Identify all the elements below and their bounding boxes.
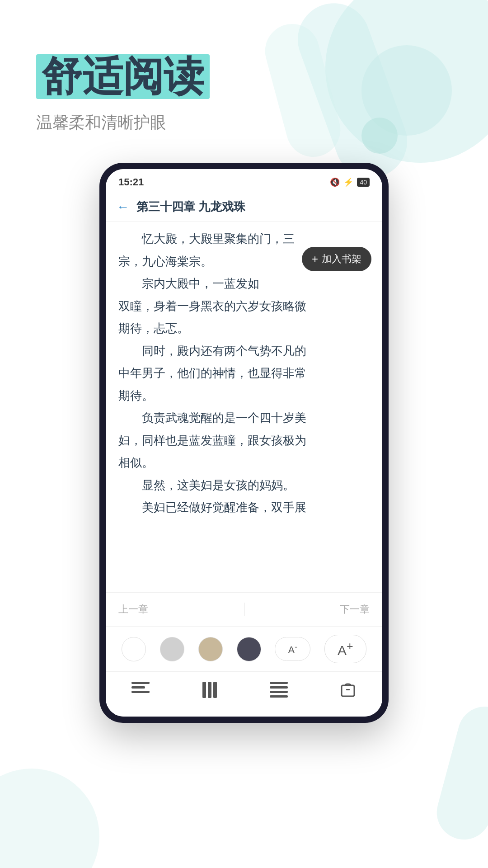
font-increase-button[interactable]: A+ (324, 635, 366, 663)
svg-rect-7 (270, 686, 288, 689)
nav-catalog[interactable] (201, 682, 219, 702)
hero-subtitle: 温馨柔和清晰护眼 (36, 112, 452, 134)
svg-rect-3 (202, 682, 206, 698)
text-line-12: 显然，这美妇是女孩的妈妈。 (118, 475, 370, 496)
nav-divider (244, 603, 244, 616)
battery-level: 40 (357, 178, 370, 187)
prev-chapter-button[interactable]: 上一章 (118, 603, 148, 616)
mute-icon: 🔇 (330, 177, 340, 187)
text-line-9: 负责武魂觉醒的是一个四十岁美 (118, 408, 370, 429)
settings-icon (270, 682, 288, 702)
reader-text-body: 忆大殿，大殿里聚集的门，三 宗，九心海棠宗。 宗内大殿中，一蓝发如 双瞳，身着一… (118, 229, 370, 518)
bottom-circle (0, 769, 99, 868)
chapter-title: 第三十四章 九龙戏珠 (136, 199, 245, 215)
phone-container: 15:21 🔇 ⚡ 40 ← 第三十四章 九龙戏珠 + 加入书架 (99, 163, 389, 723)
svg-rect-5 (213, 682, 217, 698)
bottom-shape (431, 701, 488, 846)
nav-menu[interactable] (131, 682, 150, 702)
back-button[interactable]: ← (117, 200, 129, 214)
svg-rect-11 (346, 689, 350, 690)
phone-screen: 15:21 🔇 ⚡ 40 ← 第三十四章 九龙戏珠 + 加入书架 (106, 169, 382, 717)
theme-white-button[interactable] (122, 637, 146, 661)
svg-rect-8 (270, 691, 288, 693)
font-decrease-button[interactable]: A- (275, 637, 310, 661)
text-line-3: 宗内大殿中，一蓝发如 (118, 274, 370, 294)
svg-rect-10 (342, 685, 354, 696)
bluetooth-icon: ⚡ (343, 177, 353, 187)
theme-warm-button[interactable] (198, 637, 223, 661)
svg-rect-0 (131, 682, 150, 684)
svg-rect-9 (270, 695, 288, 698)
next-chapter-button[interactable]: 下一章 (340, 603, 370, 616)
add-shelf-label: 加入书架 (322, 252, 361, 266)
svg-rect-6 (270, 682, 288, 684)
text-line-1: 忆大殿，大殿里聚集的门，三 (118, 229, 370, 250)
text-line-8: 期待。 (118, 386, 370, 406)
bottom-nav (106, 671, 382, 717)
svg-rect-2 (131, 691, 150, 693)
hero-section: 舒适阅读 温馨柔和清晰护眼 (0, 0, 488, 161)
reader-content: + 加入书架 忆大殿，大殿里聚集的门，三 宗，九心海棠宗。 宗内大殿中，一蓝发如… (106, 222, 382, 592)
text-line-4: 双瞳，身着一身黑衣的六岁女孩略微 (118, 296, 370, 317)
reading-toolbar: A- A+ (106, 626, 382, 671)
text-line-11: 相似。 (118, 453, 370, 473)
nav-cart[interactable] (339, 681, 357, 703)
status-icons: 🔇 ⚡ 40 (330, 177, 370, 187)
text-line-10: 妇，同样也是蓝发蓝瞳，跟女孩极为 (118, 430, 370, 451)
cart-icon (339, 681, 357, 703)
menu-icon (131, 682, 150, 702)
theme-gray-button[interactable] (160, 637, 184, 661)
phone-mockup: 15:21 🔇 ⚡ 40 ← 第三十四章 九龙戏珠 + 加入书架 (99, 163, 389, 723)
theme-dark-button[interactable] (237, 637, 261, 661)
text-line-5: 期待，忐忑。 (118, 318, 370, 339)
bottom-decorations (0, 732, 488, 868)
catalog-icon (201, 682, 219, 702)
add-shelf-tooltip[interactable]: + 加入书架 (302, 247, 371, 271)
hero-title: 舒适阅读 (36, 54, 452, 99)
hero-title-text: 舒适阅读 (36, 54, 210, 99)
status-bar: 15:21 🔇 ⚡ 40 (106, 169, 382, 193)
status-time: 15:21 (118, 176, 144, 188)
plus-icon: + (312, 253, 318, 265)
text-line-6: 同时，殿内还有两个气势不凡的 (118, 341, 370, 362)
text-line-7: 中年男子，他们的神情，也显得非常 (118, 363, 370, 384)
text-line-13: 美妇已经做好觉醒准备，双手展 (118, 497, 370, 518)
reader-header: ← 第三十四章 九龙戏珠 (106, 193, 382, 222)
nav-settings[interactable] (270, 682, 288, 702)
svg-rect-1 (131, 686, 145, 689)
chapter-nav: 上一章 下一章 (106, 592, 382, 626)
svg-rect-4 (208, 682, 211, 698)
